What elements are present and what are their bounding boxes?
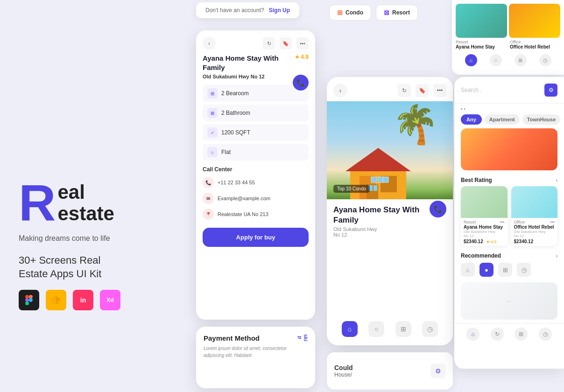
tab-row: Any Apartment TownHouse <box>454 112 564 128</box>
rating-card-1-price: $2340.12 <box>464 239 483 244</box>
main-address: Old Sukabumi Hwy No 12 <box>327 226 453 241</box>
contact-email-value: Example@xample.com <box>218 196 270 201</box>
palm-tree-illustration: 🌴 <box>392 106 439 143</box>
bottom-nav-grid[interactable]: ⊞ <box>515 328 528 341</box>
main-refresh-icon[interactable]: ↻ <box>398 84 411 97</box>
nav-home-active[interactable]: ⌂ <box>342 321 358 337</box>
payment-skip[interactable]: skip <box>297 334 309 341</box>
payment-title: Payment Method <box>204 334 308 342</box>
could-filter-icon: ⚙ <box>435 367 441 375</box>
main-call-button[interactable]: 📞 <box>430 201 446 217</box>
sign-up-link[interactable]: Sign Up <box>269 7 290 14</box>
recommended-header: Recommended › <box>454 250 564 261</box>
payment-card: Payment Method Lorem ipsum dolor sit ame… <box>196 327 315 388</box>
tab-townhouse[interactable]: TownHouse <box>522 114 561 125</box>
sqft-icon: ✓ <box>207 127 218 138</box>
best-rating-more[interactable]: › <box>556 178 557 183</box>
bottom-nav-home[interactable]: ⌂ <box>466 328 479 341</box>
svg-point-4 <box>29 298 33 302</box>
main-nav-icons: ↻ 🔖 ••• <box>398 84 446 97</box>
detail-back-button[interactable]: ‹ <box>203 37 216 50</box>
rec-icon-1[interactable]: ⌂ <box>461 263 475 277</box>
main-back-button[interactable]: ‹ <box>333 84 347 98</box>
bathroom-icon: ⊠ <box>207 108 218 118</box>
search-placeholder: Search . <box>461 87 541 93</box>
rating-img-1 <box>461 186 508 218</box>
nav-search[interactable]: ○ <box>368 321 384 337</box>
tab-any[interactable]: Any <box>461 114 482 125</box>
rating-card-1-addr1: Old Sukabumi Hwy <box>464 230 505 234</box>
svg-rect-1 <box>29 295 33 299</box>
detail-card: ‹ ↻ 🔖 ••• Ayana Home Stay With Family ★ … <box>196 30 315 320</box>
feature-bathroom: ⊠ 2 Bathroom <box>203 105 309 121</box>
rating-card-1-dots: ••• <box>500 220 504 224</box>
search-panel: Search . ⚙ • • Any Apartment TownHouse B… <box>454 77 564 369</box>
contact-map: 📍 Realestate UA No 213 <box>196 206 315 222</box>
rec-icon-2-active[interactable]: ● <box>479 263 494 277</box>
contact-phone-icon: 📞 <box>203 177 214 188</box>
feature-flat: ⌂ Flat <box>203 144 309 161</box>
nav-profile[interactable]: ◷ <box>422 321 438 337</box>
main-bookmark-icon[interactable]: 🔖 <box>416 84 429 97</box>
contact-phone-value: +11 22 33 44 55 <box>218 180 255 185</box>
profile-icon-nav[interactable]: ◷ <box>539 54 551 66</box>
branding-section: R eal estate Making dreams come to life … <box>19 177 168 310</box>
condo-icon: ⊞ <box>337 9 343 16</box>
detail-bookmark-icon[interactable]: 🔖 <box>280 37 292 49</box>
flat-label: Flat <box>221 149 231 155</box>
search-icon-nav[interactable]: ○ <box>490 54 502 66</box>
recommended-icons-row: ⌂ ● ⊞ ◷ <box>454 261 564 279</box>
home-icon-active[interactable]: ⌂ <box>465 54 477 66</box>
filter-button[interactable]: ⚙ <box>544 84 557 97</box>
logo-line2: estate <box>57 203 114 224</box>
bottom-nav-refresh[interactable]: ↻ <box>491 328 504 341</box>
recommended-title: Recommended <box>461 252 501 259</box>
figma-icon <box>19 290 39 310</box>
rating-card-2-addr2: No 12 <box>514 234 555 238</box>
main-nav-bar: ‹ ↻ 🔖 ••• <box>327 77 453 101</box>
tab-apartment[interactable]: Apartment <box>485 114 520 125</box>
search-panel-bottom-nav: ⌂ ↻ ⊞ ◷ <box>454 323 564 344</box>
rec-icon-4[interactable]: ◷ <box>517 263 531 277</box>
office-name: Office Hotel Rebel <box>510 44 560 49</box>
rating-card-1-header: Resort ••• <box>464 220 505 224</box>
detail-phone-icon: 📞 <box>296 78 305 87</box>
rating-card-1-rating: 4.9 <box>491 239 497 244</box>
detail-more-icon[interactable]: ••• <box>296 37 309 49</box>
resort-button[interactable]: ⊠ Resort <box>376 5 418 21</box>
condo-button[interactable]: ⊞ Condo <box>329 5 371 21</box>
main-more-icon[interactable]: ••• <box>433 84 446 97</box>
top-img-2 <box>509 4 560 38</box>
top-right-nav-icons: ⌂ ○ ⊞ ◷ <box>452 51 564 69</box>
bottom-nav-more[interactable]: ◷ <box>539 328 552 341</box>
nav-grid[interactable]: ⊞ <box>395 321 411 337</box>
rating-card-2-name: Office Hotel Rebel <box>514 224 555 230</box>
search-bottom-placeholder: ··· <box>507 299 511 304</box>
could-title: Could <box>334 364 353 371</box>
bedroom-icon: ⊞ <box>207 88 218 98</box>
apply-button-container: Apply for buy <box>203 228 309 247</box>
contact-email: ✉ Example@xample.com <box>196 190 315 206</box>
payment-subtitle: Lorem ipsum dolor sit amet, consectetur … <box>204 345 308 359</box>
flat-icon: ⌂ <box>207 147 218 157</box>
bedroom-label: 2 Bearoom <box>221 90 249 97</box>
recommended-more[interactable]: › <box>556 253 557 259</box>
best-rating-header: Best Rating › <box>454 174 564 185</box>
rating-cards-row: Resort ••• Ayana Home Stay Old Sukabumi … <box>454 185 564 250</box>
resort-office-row: Resort Ayana Home Stay Office Office Hot… <box>452 40 564 51</box>
apply-buy-button[interactable]: Apply for buy <box>203 228 309 247</box>
rec-icon-3[interactable]: ⊞ <box>498 263 512 277</box>
rating-card-1: Resort ••• Ayana Home Stay Old Sukabumi … <box>461 186 508 246</box>
detail-refresh-icon[interactable]: ↻ <box>263 37 275 49</box>
best-rating-title: Best Rating <box>461 177 492 183</box>
featured-property-image <box>461 128 557 170</box>
search-header: Search . ⚙ <box>454 77 564 104</box>
top-right-panel: Resort Ayana Home Stay Office Office Hot… <box>452 0 564 75</box>
resort-label-area: Resort Ayana Home Stay <box>456 40 506 49</box>
detail-call-button[interactable]: 📞 <box>293 75 309 91</box>
grid-icon-nav[interactable]: ⊞ <box>515 54 527 66</box>
filter-dots: • • <box>454 104 564 112</box>
detail-star-icon: ★ <box>295 54 300 60</box>
could-filter-button[interactable]: ⚙ <box>430 364 445 378</box>
detail-features-list: ⊞ 2 Bearoom ⊠ 2 Bathroom ✓ 1200 SQFT ⌂ F… <box>196 83 315 162</box>
